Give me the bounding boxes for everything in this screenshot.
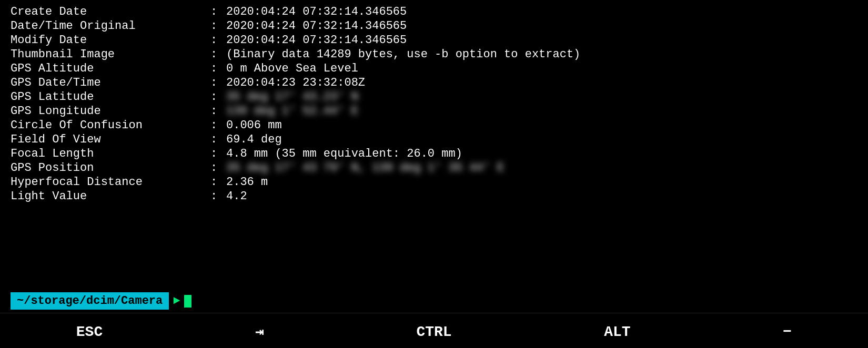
data-row-circle-of-confusion: Circle Of Confusion: 0.006 mm [11, 119, 857, 132]
field-name-modify-date: Modify Date [11, 34, 210, 47]
field-value-create-date: 2020:04:24 07:32:14.346565 [226, 5, 857, 18]
cursor-block [184, 295, 191, 308]
data-row-hyperfocal-distance: Hyperfocal Distance: 2.36 m [11, 176, 857, 189]
field-name-light-value: Light Value [11, 190, 210, 203]
data-row-gps-altitude: GPS Altitude: 0 m Above Sea Level [11, 62, 857, 75]
tab-key[interactable]: ⇥ [255, 323, 264, 341]
dash-label: − [783, 324, 792, 340]
field-name-circle-of-confusion: Circle Of Confusion [11, 119, 210, 132]
field-name-datetime-original: Date/Time Original [11, 19, 210, 33]
field-value-circle-of-confusion: 0.006 mm [226, 119, 857, 132]
colon-gps-longitude: : [210, 105, 226, 118]
data-row-light-value: Light Value: 4.2 [11, 190, 857, 203]
dash-key[interactable]: − [783, 324, 792, 340]
arrow-icon: ► [173, 294, 180, 308]
colon-gps-latitude: : [210, 90, 226, 104]
tab-icon: ⇥ [255, 323, 264, 341]
data-row-create-date: Create Date: 2020:04:24 07:32:14.346565 [11, 5, 857, 18]
terminal-content: Create Date: 2020:04:24 07:32:14.346565D… [0, 0, 868, 287]
alt-key[interactable]: ALT [604, 324, 630, 340]
field-name-hyperfocal-distance: Hyperfocal Distance [11, 176, 210, 189]
field-name-create-date: Create Date [11, 5, 210, 18]
field-value-light-value: 4.2 [226, 190, 857, 203]
colon-hyperfocal-distance: : [210, 176, 226, 189]
colon-thumbnail-image: : [210, 48, 226, 61]
field-name-focal-length: Focal Length [11, 147, 210, 160]
ctrl-key[interactable]: CTRL [416, 324, 451, 340]
field-name-field-of-view: Field Of View [11, 133, 210, 146]
field-value-hyperfocal-distance: 2.36 m [226, 176, 857, 189]
field-value-gps-position: 35 deg 17' 43 79' N, 139 deg 1' 35 44' E [226, 161, 857, 175]
field-value-gps-datetime: 2020:04:23 23:32:08Z [226, 76, 857, 89]
field-value-gps-longitude: 139 deg 1' 52.44' E [226, 105, 857, 118]
colon-gps-datetime: : [210, 76, 226, 89]
colon-create-date: : [210, 5, 226, 18]
field-name-gps-datetime: GPS Date/Time [11, 76, 210, 89]
data-row-gps-longitude: GPS Longitude: 139 deg 1' 52.44' E [11, 105, 857, 118]
data-row-gps-position: GPS Position: 35 deg 17' 43 79' N, 139 d… [11, 161, 857, 175]
field-name-thumbnail-image: Thumbnail Image [11, 48, 210, 61]
field-value-gps-altitude: 0 m Above Sea Level [226, 62, 857, 75]
field-name-gps-altitude: GPS Altitude [11, 62, 210, 75]
field-value-datetime-original: 2020:04:24 07:32:14.346565 [226, 19, 857, 33]
bottom-bar: ESC ⇥ CTRL ALT − [0, 313, 868, 348]
colon-gps-position: : [210, 161, 226, 175]
data-row-gps-datetime: GPS Date/Time: 2020:04:23 23:32:08Z [11, 76, 857, 89]
colon-focal-length: : [210, 147, 226, 160]
data-row-focal-length: Focal Length: 4.8 mm (35 mm equivalent: … [11, 147, 857, 160]
field-name-gps-longitude: GPS Longitude [11, 105, 210, 118]
field-value-thumbnail-image: (Binary data 14289 bytes, use -b option … [226, 48, 857, 61]
esc-key[interactable]: ESC [76, 324, 103, 340]
field-value-gps-latitude: 35 deg 17' 43.23' N [226, 90, 857, 104]
colon-field-of-view: : [210, 133, 226, 146]
colon-gps-altitude: : [210, 62, 226, 75]
colon-light-value: : [210, 190, 226, 203]
colon-modify-date: : [210, 34, 226, 47]
colon-circle-of-confusion: : [210, 119, 226, 132]
data-row-datetime-original: Date/Time Original: 2020:04:24 07:32:14.… [11, 19, 857, 33]
field-name-gps-position: GPS Position [11, 161, 210, 175]
data-row-modify-date: Modify Date: 2020:04:24 07:32:14.346565 [11, 34, 857, 47]
field-value-field-of-view: 69.4 deg [226, 133, 857, 146]
alt-label: ALT [604, 324, 630, 340]
command-line: ~/storage/dcim/Camera ► [0, 289, 868, 313]
field-value-modify-date: 2020:04:24 07:32:14.346565 [226, 34, 857, 47]
data-row-field-of-view: Field Of View: 69.4 deg [11, 133, 857, 146]
field-value-focal-length: 4.8 mm (35 mm equivalent: 26.0 mm) [226, 147, 857, 160]
esc-label: ESC [76, 324, 103, 340]
colon-datetime-original: : [210, 19, 226, 33]
data-row-thumbnail-image: Thumbnail Image: (Binary data 14289 byte… [11, 48, 857, 61]
ctrl-label: CTRL [416, 324, 451, 340]
field-name-gps-latitude: GPS Latitude [11, 90, 210, 104]
command-prompt: ~/storage/dcim/Camera [11, 292, 169, 310]
data-row-gps-latitude: GPS Latitude: 35 deg 17' 43.23' N [11, 90, 857, 104]
